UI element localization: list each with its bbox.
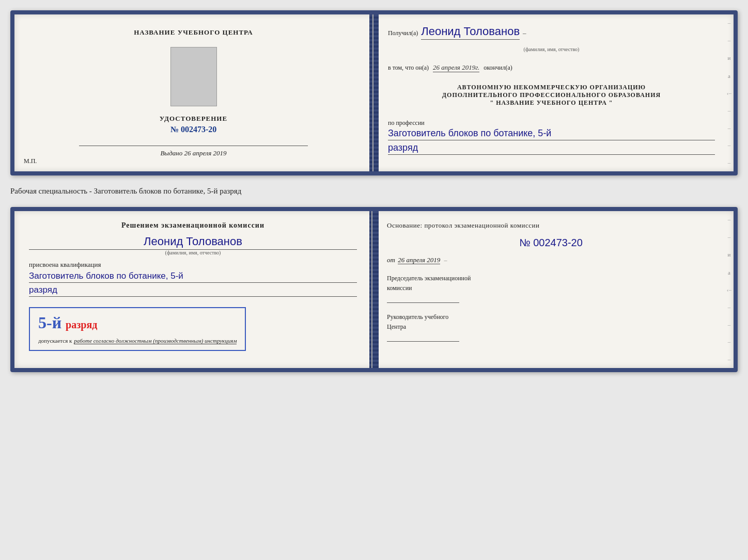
doc2-left-panel: Решением экзаменационной комиссии Леонид… bbox=[14, 211, 372, 368]
doc1-grade-handwritten: разряд bbox=[388, 142, 715, 155]
document-card-2: Решением экзаменационной комиссии Леонид… bbox=[10, 207, 738, 372]
doc2-date-value: 26 апреля 2019 bbox=[398, 256, 440, 264]
doc2-director-label2: Центра bbox=[387, 323, 715, 331]
doc1-org-block: АВТОНОМНУЮ НЕКОММЕРЧЕСКУЮ ОРГАНИЗАЦИЮ ДО… bbox=[388, 84, 715, 107]
doc2-director-signature-line bbox=[387, 341, 459, 342]
doc1-profession-label: по профессии bbox=[388, 119, 715, 127]
doc2-допускается-italic: работе согласно должностным (производств… bbox=[74, 338, 237, 344]
doc1-name-subtitle-row: (фамилия, имя, отчество) bbox=[388, 44, 715, 53]
doc1-issued-date: 26 апреля 2019 bbox=[184, 149, 226, 157]
doc1-name-handwritten: Леонид Толованов bbox=[421, 25, 520, 40]
doc1-cert-title: УДОСТОВЕРЕНИЕ bbox=[160, 115, 227, 123]
doc1-right-panel: Получил(а) Леонид Толованов – (фамилия, … bbox=[373, 14, 734, 171]
doc2-chairman-signature-line bbox=[387, 302, 459, 303]
doc1-cert-number: № 002473-20 bbox=[170, 125, 216, 134]
doc2-chairman-section: Председатель экзаменационной комиссии bbox=[387, 275, 715, 303]
doc2-chairman-label2: комиссии bbox=[387, 284, 715, 292]
doc2-qualification-block: присвоена квалификация Заготовитель блок… bbox=[29, 261, 357, 297]
doc1-mp-label: М.П. bbox=[24, 157, 37, 165]
doc1-received-row: Получил(а) Леонид Толованов – bbox=[388, 25, 715, 40]
doc1-org-line1: АВТОНОМНУЮ НЕКОММЕРЧЕСКУЮ ОРГАНИЗАЦИЮ bbox=[388, 84, 715, 91]
doc1-certifies-row: в том, что он(а) 26 апреля 2019г. окончи… bbox=[388, 63, 715, 72]
doc2-director-section: Руководитель учебного Центра bbox=[387, 313, 715, 342]
doc1-certifies-prefix: в том, что он(а) bbox=[388, 64, 429, 72]
doc1-date-handwritten: 26 апреля 2019г. bbox=[433, 63, 479, 72]
doc1-received-prefix: Получил(а) bbox=[388, 29, 418, 37]
doc2-director-label1: Руководитель учебного bbox=[387, 313, 715, 321]
doc2-grade-box: 5-й разряд допускается к работе согласно… bbox=[29, 307, 246, 351]
doc1-right-margin: – – и а ‹– – – – – bbox=[727, 14, 731, 171]
doc1-training-center-title: НАЗВАНИЕ УЧЕБНОГО ЦЕНТРА bbox=[134, 28, 253, 37]
doc2-right-margin: – – и а ‹– – – – – bbox=[727, 211, 731, 368]
document-card-1: НАЗВАНИЕ УЧЕБНОГО ЦЕНТРА УДОСТОВЕРЕНИЕ №… bbox=[10, 10, 738, 175]
doc1-org-line3: " НАЗВАНИЕ УЧЕБНОГО ЦЕНТРА " bbox=[388, 99, 715, 107]
doc2-dash-after-date: – bbox=[444, 257, 447, 264]
doc1-certifies-suffix: окончил(а) bbox=[484, 64, 512, 72]
doc1-issued: Выдано 26 апреля 2019 bbox=[160, 149, 226, 157]
doc2-name-subtitle: (фамилия, имя, отчество) bbox=[29, 250, 357, 255]
doc2-right-panel: Основание: протокол экзаменационной коми… bbox=[372, 211, 734, 368]
doc2-grade-suffix: разряд bbox=[66, 319, 97, 330]
doc2-grade-number: 5-й bbox=[38, 313, 61, 332]
doc2-qualification-label: присвоена квалификация bbox=[29, 261, 357, 269]
doc1-photo-placeholder bbox=[170, 47, 217, 106]
doc2-decision-text: Решением экзаменационной комиссии bbox=[29, 221, 357, 230]
doc2-date-prefix: от bbox=[387, 256, 395, 264]
doc1-name-subtitle: (фамилия, имя, отчество) bbox=[524, 46, 580, 52]
doc2-chairman-label1: Председатель экзаменационной bbox=[387, 275, 715, 282]
doc1-profession-handwritten: Заготовитель блоков по ботанике, 5-й bbox=[388, 128, 715, 140]
doc1-issued-label: Выдано bbox=[160, 149, 182, 157]
doc1-left-panel: НАЗВАНИЕ УЧЕБНОГО ЦЕНТРА УДОСТОВЕРЕНИЕ №… bbox=[14, 14, 373, 171]
doc2-basis-text: Основание: протокол экзаменационной коми… bbox=[387, 221, 715, 230]
doc2-name-row: Леонид Толованов (фамилия, имя, отчество… bbox=[29, 235, 357, 255]
doc2-grade-handwritten: разряд bbox=[29, 285, 357, 297]
page-wrapper: НАЗВАНИЕ УЧЕБНОГО ЦЕНТРА УДОСТОВЕРЕНИЕ №… bbox=[10, 10, 738, 372]
doc1-dash: – bbox=[523, 29, 526, 37]
doc2-qualification-handwritten: Заготовитель блоков по ботанике, 5-й bbox=[29, 271, 357, 283]
doc2-protocol-number: № 002473-20 bbox=[387, 237, 715, 249]
doc2-name-handwritten: Леонид Толованов bbox=[29, 235, 357, 250]
doc2-допускается-row: допускается к работе согласно должностны… bbox=[38, 335, 237, 345]
doc2-допускается-text: допускается к bbox=[38, 338, 72, 344]
doc1-org-line2: ДОПОЛНИТЕЛЬНОГО ПРОФЕССИОНАЛЬНОГО ОБРАЗО… bbox=[388, 91, 715, 99]
doc1-profession-block: по профессии Заготовитель блоков по бота… bbox=[388, 119, 715, 155]
doc2-date-row: от 26 апреля 2019 – bbox=[387, 256, 715, 264]
doc1-line-1 bbox=[79, 146, 308, 146]
specialty-label: Рабочая специальность - Заготовитель бло… bbox=[10, 185, 738, 198]
